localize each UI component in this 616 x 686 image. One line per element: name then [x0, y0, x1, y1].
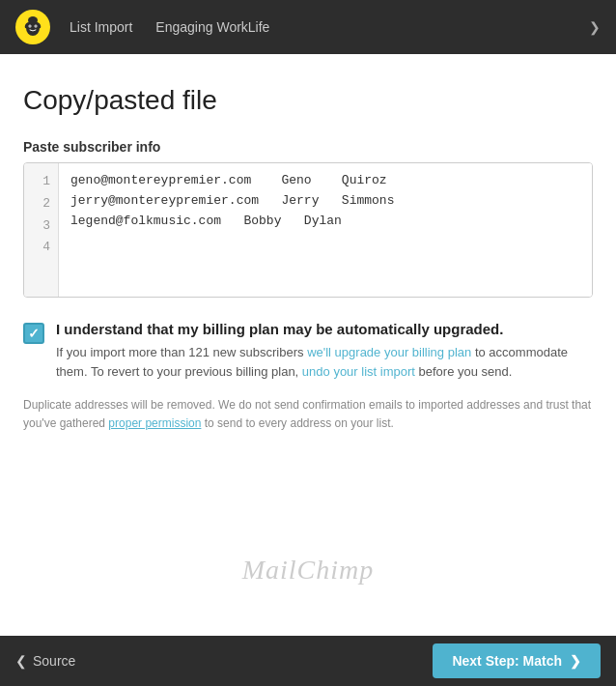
watermark-area: MailChimp [0, 503, 616, 636]
billing-upgrade-link[interactable]: we'll upgrade your billing plan [307, 345, 471, 359]
app-logo [15, 10, 50, 44]
svg-point-4 [35, 25, 36, 26]
billing-upgrade-section: ✓ I understand that my billing plan may … [23, 321, 593, 381]
svg-point-3 [29, 25, 30, 26]
proper-permission-link[interactable]: proper permission [108, 416, 201, 430]
logo-icon [21, 15, 44, 39]
billing-sub-text-3: before you send. [415, 364, 512, 379]
subscriber-info-textarea[interactable]: geno@montereypremier.com Geno Quiroz jer… [59, 163, 592, 297]
line-numbers: 1 2 3 4 [24, 163, 59, 297]
next-step-button[interactable]: Next Step: Match ❯ [433, 643, 601, 678]
line-number-3: 3 [24, 215, 58, 238]
line-number-1: 1 [24, 171, 58, 193]
app-header: List Import Engaging WorkLife ❯ [0, 0, 616, 54]
footer: ❮ Source Next Step: Match ❯ [0, 636, 616, 686]
subscriber-info-editor: 1 2 3 4 geno@montereypremier.com Geno Qu… [23, 162, 593, 298]
disclaimer-text: Duplicate addresses will be removed. We … [23, 396, 593, 433]
billing-checkbox[interactable]: ✓ [23, 323, 44, 344]
section-label: Paste subscriber info [23, 139, 593, 155]
back-button[interactable]: ❮ Source [15, 653, 75, 669]
main-content: Copy/pasted file Paste subscriber info 1… [0, 54, 616, 503]
disclaimer-text-2: to send to every address on your list. [201, 416, 393, 430]
billing-sub-text-1: If you import more than 121 new subscrib… [56, 345, 307, 359]
billing-text-block: I understand that my billing plan may be… [56, 321, 593, 381]
page-title: Copy/pasted file [23, 85, 593, 116]
line-number-2: 2 [24, 193, 58, 215]
mailchimp-watermark: MailChimp [242, 555, 375, 586]
nav-engaging-worklife[interactable]: Engaging WorkLife [155, 19, 269, 35]
billing-main-text: I understand that my billing plan may be… [56, 321, 593, 337]
svg-point-5 [28, 16, 38, 24]
billing-sub-text: If you import more than 121 new subscrib… [56, 343, 593, 381]
header-chevron-icon: ❯ [589, 19, 601, 35]
billing-checkbox-wrapper[interactable]: ✓ [23, 323, 44, 344]
checkmark-icon: ✓ [28, 326, 40, 341]
nav-list-import[interactable]: List Import [70, 19, 132, 35]
back-label: Source [33, 653, 75, 669]
line-number-4: 4 [24, 237, 58, 259]
undo-import-link[interactable]: undo your list import [302, 364, 415, 379]
header-nav: List Import Engaging WorkLife [70, 19, 570, 35]
next-chevron-icon: ❯ [570, 653, 581, 669]
next-step-label: Next Step: Match [452, 653, 562, 669]
back-chevron-icon: ❮ [15, 653, 27, 669]
